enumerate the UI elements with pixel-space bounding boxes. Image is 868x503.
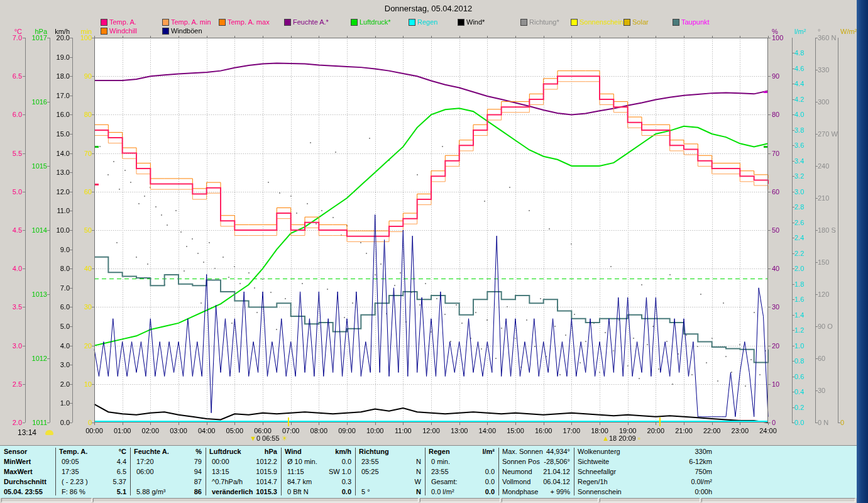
table-info-value: -28,506°: [502, 458, 570, 465]
table-cell-value: 0.0: [429, 478, 495, 485]
table-separator: [130, 448, 131, 495]
x-axis-label: 12:00: [419, 427, 444, 434]
sunset-annotation: ▲18 20:09 ▫: [602, 434, 640, 442]
table-column-unit: hPa: [209, 448, 277, 455]
x-axis-label: 08:00: [306, 427, 331, 434]
axis-tick-label-rain: 0.4: [794, 388, 813, 395]
axis-tick-label-temp: 3.0: [1, 342, 22, 350]
axis-tick-label-pressure: 1016: [27, 98, 47, 106]
table-separator: [55, 448, 56, 495]
axis-tick-label-rain: 1.6: [794, 296, 813, 303]
axis-tick-label-sunmin: 10: [73, 380, 92, 388]
page-title: Donnerstag, 05.04.2012: [0, 4, 857, 13]
axis-tick-label-dir: 330: [818, 66, 844, 74]
axis-tick-label-wind: 11.0: [48, 207, 70, 214]
table-cell-value: 0.0: [429, 488, 495, 495]
legend-swatch-icon: [101, 19, 107, 26]
table-info-value: 750m: [578, 468, 712, 475]
axis-tick-label-dir: 90 O: [818, 323, 844, 330]
axis-tick-label-hum: 90: [772, 72, 791, 80]
axis-tick-label-rain: 2.4: [794, 234, 813, 241]
axis-tick-label-wind: 17.0: [48, 92, 70, 99]
legend-swatch-icon: [284, 19, 291, 26]
table-cell-value: 87: [134, 478, 202, 485]
legend-swatch-icon: [162, 19, 169, 26]
table-separator: [574, 448, 574, 495]
legend-swatch-icon: [571, 19, 578, 26]
x-axis-label: 02:00: [138, 427, 163, 434]
axis-tick-label-rain: 1.4: [794, 311, 813, 319]
axis-tick-label-rain: 0.2: [794, 404, 813, 411]
table-cell-value: SW 1.0: [285, 468, 351, 475]
axis-tick-label-hum: 20: [772, 342, 791, 350]
legend-swatch-icon: [409, 19, 415, 26]
axis-tick-label-wind: 18.0: [48, 72, 70, 80]
x-axis-label: 00:00: [82, 427, 107, 434]
axis-tick-label-wind: 19.0: [48, 53, 70, 61]
axis-tick-label-rain: 1.0: [794, 342, 813, 350]
table-info-value: 21.04.12: [502, 468, 570, 475]
x-axis-label: 18:00: [587, 427, 612, 434]
x-axis-label: 05:00: [222, 427, 247, 434]
legend-label: Luftdruck*: [360, 18, 391, 26]
axis-tick-label-wind: 20.0: [48, 34, 70, 41]
table-column-unit: km/h: [285, 448, 351, 455]
sun-icon: ☀: [282, 434, 288, 442]
table-cell-value: 1012.2: [209, 458, 277, 465]
legend-label: Solar: [632, 18, 649, 26]
table-cell-value: 6.5: [59, 468, 126, 475]
axis-tick-label-hum: 0: [772, 419, 791, 426]
legend-swatch-icon: [351, 19, 358, 26]
table-separator: [206, 448, 206, 495]
legend-label: Temp. A.: [109, 18, 136, 26]
legend-swatch-icon: [219, 19, 226, 26]
axis-tick-label-rain: 2.2: [794, 250, 813, 257]
axis-tick-label-hum: 100: [772, 34, 791, 41]
axis-tick-label-dir: 60: [818, 355, 844, 362]
axis-tick-label-rain: 0.6: [794, 373, 813, 380]
table-cell-value: 1015.9: [209, 468, 277, 475]
axis-tick-label-rain: 3.0: [794, 188, 813, 196]
table-cell-value: W: [359, 478, 421, 485]
axis-tick-label-dir: 300: [818, 98, 844, 106]
axis-tick-label-rain: 2.8: [794, 203, 813, 211]
x-axis-label: 21:00: [671, 427, 696, 434]
x-axis-label: 20:00: [643, 427, 668, 434]
legend-swatch-icon: [458, 19, 464, 26]
axis-tick-label-rain: 1.2: [794, 326, 813, 334]
axis-tick-label-dir: 180 S: [818, 226, 844, 234]
axis-tick-label-rain: 4.2: [794, 96, 813, 103]
table-cell-value: 0.0: [285, 488, 351, 495]
axis-tick-label-rain: 2.0: [794, 265, 813, 272]
x-axis-label: 19:00: [615, 427, 640, 434]
legend-label: Windchill: [109, 27, 137, 35]
x-axis-label: 17:00: [559, 427, 584, 434]
sun-annotation-time: 06:55: [262, 434, 282, 442]
table-row-label: Sensor: [4, 448, 54, 455]
legend-label: Feuchte A.*: [293, 18, 329, 26]
axis-tick-label-pressure: 1015: [27, 162, 47, 170]
sun-icon: ▫: [638, 434, 640, 442]
legend-label: Temp. A. min: [171, 18, 211, 26]
table-cell-value: 4.4: [59, 458, 126, 465]
axis-tick-label-temp: 4.0: [1, 265, 22, 272]
axis-tick-label-rain: 4.6: [794, 65, 813, 72]
axis-tick-label-temp: 3.5: [1, 303, 22, 311]
axis-tick-label-wind: 3.0: [48, 361, 70, 368]
legend-label: Wind*: [466, 18, 485, 26]
axis-tick-label-temp: 5.0: [1, 188, 22, 196]
table-cell-label: 0 min.: [431, 458, 492, 465]
table-info-value: + 99%: [502, 488, 570, 495]
axis-tick-label-rain: 2.6: [794, 219, 813, 226]
sun-arrow-icon: ▼: [250, 434, 256, 442]
table-cell-value: 0.3: [285, 478, 351, 485]
table-cell-value: 5.37: [59, 478, 126, 485]
axis-tick-label-sunmin: 20: [73, 342, 92, 350]
table-info-value: 0:00h: [578, 488, 712, 495]
axis-tick-label-dir: 120: [818, 290, 844, 298]
table-cell-value: 86: [134, 488, 202, 495]
axis-tick-label-dir: 240: [818, 162, 844, 170]
legend-swatch-icon: [520, 19, 527, 26]
x-axis-label: 24:00: [755, 427, 781, 434]
status-bar-panel: [1, 498, 92, 502]
